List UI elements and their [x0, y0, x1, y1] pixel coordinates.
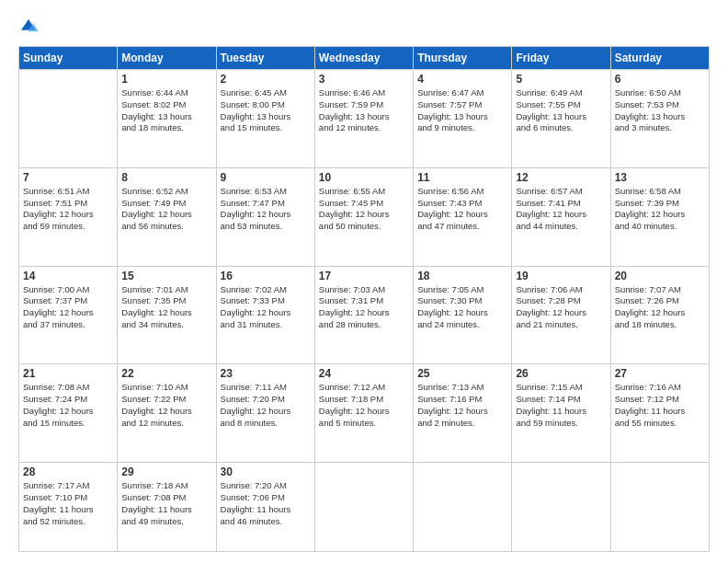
calendar-week-row: 14Sunrise: 7:00 AM Sunset: 7:37 PM Dayli… — [19, 266, 710, 364]
day-number: 8 — [121, 171, 211, 184]
calendar-cell: 14Sunrise: 7:00 AM Sunset: 7:37 PM Dayli… — [19, 266, 118, 364]
calendar-cell: 23Sunrise: 7:11 AM Sunset: 7:20 PM Dayli… — [216, 364, 314, 463]
calendar-cell: 25Sunrise: 7:13 AM Sunset: 7:16 PM Dayli… — [414, 364, 512, 463]
calendar-cell: 26Sunrise: 7:15 AM Sunset: 7:14 PM Dayli… — [512, 364, 610, 463]
calendar-cell — [610, 463, 709, 552]
calendar-cell: 9Sunrise: 6:53 AM Sunset: 7:47 PM Daylig… — [216, 167, 314, 266]
header — [18, 17, 710, 37]
day-info: Sunrise: 7:16 AM Sunset: 7:12 PM Dayligh… — [615, 382, 705, 429]
calendar-cell: 22Sunrise: 7:10 AM Sunset: 7:22 PM Dayli… — [118, 364, 216, 463]
calendar-cell: 29Sunrise: 7:18 AM Sunset: 7:08 PM Dayli… — [118, 463, 216, 552]
calendar-cell: 3Sunrise: 6:46 AM Sunset: 7:59 PM Daylig… — [314, 70, 413, 168]
day-number: 1 — [121, 73, 211, 86]
day-info: Sunrise: 7:02 AM Sunset: 7:33 PM Dayligh… — [221, 284, 311, 331]
weekday-header: Saturday — [610, 47, 709, 70]
day-info: Sunrise: 6:47 AM Sunset: 7:57 PM Dayligh… — [417, 87, 507, 134]
day-number: 29 — [121, 465, 211, 478]
day-number: 9 — [221, 171, 311, 184]
day-info: Sunrise: 6:57 AM Sunset: 7:41 PM Dayligh… — [516, 186, 606, 233]
logo — [18, 17, 42, 37]
calendar-cell: 24Sunrise: 7:12 AM Sunset: 7:18 PM Dayli… — [314, 364, 413, 463]
calendar-cell: 1Sunrise: 6:44 AM Sunset: 8:02 PM Daylig… — [118, 70, 216, 168]
calendar-cell: 20Sunrise: 7:07 AM Sunset: 7:26 PM Dayli… — [610, 266, 709, 364]
day-info: Sunrise: 7:11 AM Sunset: 7:20 PM Dayligh… — [221, 382, 311, 429]
weekday-header: Monday — [118, 47, 216, 70]
day-number: 18 — [417, 270, 507, 282]
day-number: 15 — [121, 270, 211, 282]
calendar-cell: 19Sunrise: 7:06 AM Sunset: 7:28 PM Dayli… — [512, 266, 610, 364]
calendar-week-row: 28Sunrise: 7:17 AM Sunset: 7:10 PM Dayli… — [19, 463, 710, 552]
day-info: Sunrise: 7:18 AM Sunset: 7:08 PM Dayligh… — [121, 480, 211, 527]
day-info: Sunrise: 6:50 AM Sunset: 7:53 PM Dayligh… — [615, 87, 705, 134]
day-info: Sunrise: 7:06 AM Sunset: 7:28 PM Dayligh… — [516, 284, 606, 331]
weekday-header: Sunday — [19, 47, 118, 70]
calendar-cell: 8Sunrise: 6:52 AM Sunset: 7:49 PM Daylig… — [118, 167, 216, 266]
day-number: 12 — [516, 171, 606, 184]
header-row: SundayMondayTuesdayWednesdayThursdayFrid… — [19, 47, 710, 70]
day-info: Sunrise: 6:44 AM Sunset: 8:02 PM Dayligh… — [121, 87, 211, 134]
day-number: 17 — [319, 270, 409, 282]
day-number: 28 — [23, 465, 113, 478]
day-info: Sunrise: 7:01 AM Sunset: 7:35 PM Dayligh… — [121, 284, 211, 331]
weekday-header: Wednesday — [314, 47, 413, 70]
calendar-cell: 11Sunrise: 6:56 AM Sunset: 7:43 PM Dayli… — [414, 167, 512, 266]
day-info: Sunrise: 7:03 AM Sunset: 7:31 PM Dayligh… — [319, 284, 409, 331]
day-number: 7 — [23, 171, 113, 184]
calendar-cell — [19, 70, 118, 168]
day-number: 27 — [615, 367, 705, 380]
day-info: Sunrise: 7:20 AM Sunset: 7:06 PM Dayligh… — [221, 480, 311, 527]
calendar-cell: 7Sunrise: 6:51 AM Sunset: 7:51 PM Daylig… — [19, 167, 118, 266]
weekday-header: Thursday — [414, 47, 512, 70]
calendar-cell: 12Sunrise: 6:57 AM Sunset: 7:41 PM Dayli… — [512, 167, 610, 266]
day-info: Sunrise: 7:00 AM Sunset: 7:37 PM Dayligh… — [23, 284, 113, 331]
day-number: 3 — [319, 73, 409, 86]
day-info: Sunrise: 6:51 AM Sunset: 7:51 PM Dayligh… — [23, 186, 113, 233]
calendar-cell — [314, 463, 413, 552]
day-info: Sunrise: 7:12 AM Sunset: 7:18 PM Dayligh… — [319, 382, 409, 429]
day-info: Sunrise: 7:05 AM Sunset: 7:30 PM Dayligh… — [417, 284, 507, 331]
calendar-cell — [414, 463, 512, 552]
day-number: 22 — [121, 367, 211, 380]
day-info: Sunrise: 7:13 AM Sunset: 7:16 PM Dayligh… — [417, 382, 507, 429]
day-number: 13 — [615, 171, 705, 184]
day-info: Sunrise: 7:07 AM Sunset: 7:26 PM Dayligh… — [615, 284, 705, 331]
calendar-cell: 2Sunrise: 6:45 AM Sunset: 8:00 PM Daylig… — [216, 70, 314, 168]
calendar-cell: 4Sunrise: 6:47 AM Sunset: 7:57 PM Daylig… — [414, 70, 512, 168]
calendar-cell: 5Sunrise: 6:49 AM Sunset: 7:55 PM Daylig… — [512, 70, 610, 168]
day-number: 20 — [615, 270, 705, 282]
day-number: 23 — [221, 367, 311, 380]
calendar-cell: 16Sunrise: 7:02 AM Sunset: 7:33 PM Dayli… — [216, 266, 314, 364]
day-number: 19 — [516, 270, 606, 282]
logo-icon — [18, 17, 39, 37]
calendar-cell: 21Sunrise: 7:08 AM Sunset: 7:24 PM Dayli… — [19, 364, 118, 463]
day-number: 5 — [516, 73, 606, 86]
calendar-cell: 13Sunrise: 6:58 AM Sunset: 7:39 PM Dayli… — [610, 167, 709, 266]
day-info: Sunrise: 7:17 AM Sunset: 7:10 PM Dayligh… — [23, 480, 113, 527]
day-number: 30 — [221, 465, 311, 478]
calendar: SundayMondayTuesdayWednesdayThursdayFrid… — [18, 46, 710, 552]
calendar-cell: 30Sunrise: 7:20 AM Sunset: 7:06 PM Dayli… — [216, 463, 314, 552]
day-info: Sunrise: 6:53 AM Sunset: 7:47 PM Dayligh… — [221, 186, 311, 233]
day-number: 4 — [417, 73, 507, 86]
day-info: Sunrise: 7:15 AM Sunset: 7:14 PM Dayligh… — [516, 382, 606, 429]
calendar-cell: 17Sunrise: 7:03 AM Sunset: 7:31 PM Dayli… — [314, 266, 413, 364]
day-number: 21 — [23, 367, 113, 380]
day-number: 14 — [23, 270, 113, 282]
page: SundayMondayTuesdayWednesdayThursdayFrid… — [0, 0, 728, 563]
calendar-cell — [512, 463, 610, 552]
day-info: Sunrise: 7:10 AM Sunset: 7:22 PM Dayligh… — [121, 382, 211, 429]
day-info: Sunrise: 6:58 AM Sunset: 7:39 PM Dayligh… — [615, 186, 705, 233]
calendar-cell: 27Sunrise: 7:16 AM Sunset: 7:12 PM Dayli… — [610, 364, 709, 463]
weekday-header: Tuesday — [216, 47, 314, 70]
day-number: 16 — [221, 270, 311, 282]
calendar-cell: 6Sunrise: 6:50 AM Sunset: 7:53 PM Daylig… — [610, 70, 709, 168]
day-number: 11 — [417, 171, 507, 184]
day-info: Sunrise: 6:52 AM Sunset: 7:49 PM Dayligh… — [121, 186, 211, 233]
weekday-header: Friday — [512, 47, 610, 70]
day-number: 2 — [221, 73, 311, 86]
day-info: Sunrise: 6:46 AM Sunset: 7:59 PM Dayligh… — [319, 87, 409, 134]
calendar-cell: 28Sunrise: 7:17 AM Sunset: 7:10 PM Dayli… — [19, 463, 118, 552]
day-info: Sunrise: 6:56 AM Sunset: 7:43 PM Dayligh… — [417, 186, 507, 233]
day-info: Sunrise: 6:45 AM Sunset: 8:00 PM Dayligh… — [221, 87, 311, 134]
calendar-week-row: 21Sunrise: 7:08 AM Sunset: 7:24 PM Dayli… — [19, 364, 710, 463]
